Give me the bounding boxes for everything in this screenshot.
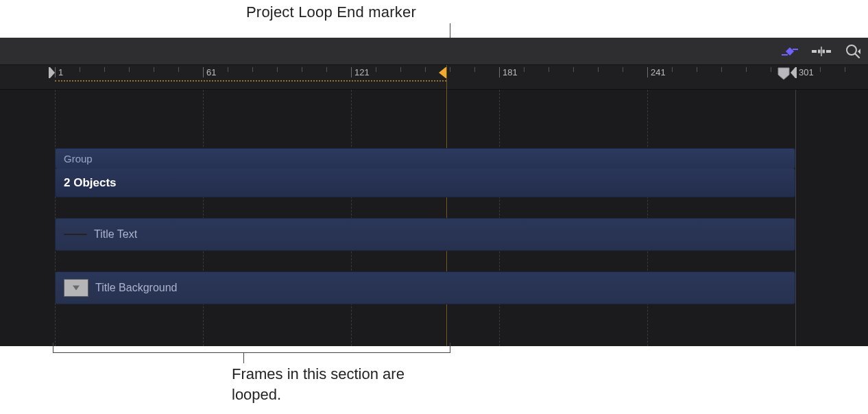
timeline-ruler[interactable]: 1 61 121 181 241 301 [0, 65, 868, 90]
ruler-minor-tick [845, 67, 845, 72]
zoom-icon[interactable] [843, 42, 863, 61]
group-summary-bar[interactable]: 2 Objects [55, 169, 795, 197]
ruler-minor-tick [771, 67, 771, 72]
ruler-minor-tick [524, 67, 525, 72]
track-label: Title Background [95, 282, 177, 294]
ruler-minor-tick [820, 67, 821, 72]
ruler-minor-tick [598, 67, 599, 72]
group-header-label: Group [64, 153, 93, 165]
svg-rect-1 [812, 50, 817, 53]
ruler-minor-tick [425, 67, 426, 72]
ruler-minor-tick [252, 67, 253, 72]
svg-rect-4 [826, 50, 831, 53]
group-summary-label: 2 Objects [64, 176, 117, 190]
tracks-area: Group 2 Objects Title Text Title Backgro… [0, 90, 868, 346]
project-loop-end-marker[interactable] [437, 67, 447, 78]
ruler-minor-tick [228, 67, 228, 72]
ruler-minor-tick [623, 67, 623, 72]
callout-top-label: Project Loop End marker [246, 3, 416, 21]
svg-line-7 [856, 53, 860, 58]
ruler-minor-tick [302, 67, 302, 72]
ruler-minor-tick [277, 67, 278, 72]
keyframe-editor-icon[interactable] [780, 42, 799, 61]
playhead-marker-icon[interactable] [776, 66, 791, 79]
ruler-tick [647, 67, 648, 77]
ruler-minor-tick [746, 67, 747, 72]
ruler-minor-tick [104, 67, 105, 72]
ruler-minor-tick [672, 67, 673, 72]
ruler-minor-tick [450, 67, 450, 72]
callout-bottom-label: Frames in this section are looped. [232, 364, 451, 404]
ruler-minor-tick [326, 67, 327, 72]
track-title-background[interactable]: Title Background [55, 271, 795, 304]
ruler-label: 241 [649, 67, 666, 77]
callout-bottom-bracket [53, 343, 450, 363]
ruler-minor-tick [697, 67, 697, 72]
project-out-marker[interactable] [790, 67, 797, 78]
ruler-minor-tick [376, 67, 376, 72]
ruler-minor-tick [721, 67, 722, 72]
ruler-tick [203, 67, 204, 77]
svg-marker-8 [858, 49, 860, 54]
svg-rect-2 [818, 49, 821, 53]
image-thumbnail-icon [64, 279, 88, 297]
snapping-icon[interactable] [812, 42, 831, 61]
ruler-label: 121 [352, 67, 370, 77]
ruler-minor-tick [548, 67, 549, 72]
ruler-tick [499, 67, 500, 77]
svg-rect-3 [823, 49, 825, 53]
ruler-label: 181 [501, 67, 518, 77]
loop-range-indicator [55, 80, 446, 82]
ruler-label: 1 [56, 67, 63, 77]
ruler-minor-tick [129, 67, 130, 72]
ruler-label: 61 [204, 67, 216, 77]
project-in-marker[interactable] [49, 67, 56, 78]
text-swatch-icon [64, 234, 87, 235]
ruler-minor-tick [573, 67, 574, 72]
ruler-label: 301 [797, 67, 814, 77]
timeline-toolbar [0, 38, 868, 65]
ruler-minor-tick [80, 67, 80, 72]
timeline-panel: 1 61 121 181 241 301 [0, 38, 868, 346]
track-label: Title Text [94, 228, 137, 241]
ruler-minor-tick [178, 67, 179, 72]
ruler-minor-tick [400, 67, 401, 72]
group-header-bar[interactable]: Group [55, 148, 795, 169]
ruler-minor-tick [154, 67, 154, 72]
ruler-tick [351, 67, 352, 77]
track-title-text[interactable]: Title Text [55, 218, 795, 251]
ruler-minor-tick [474, 67, 475, 72]
